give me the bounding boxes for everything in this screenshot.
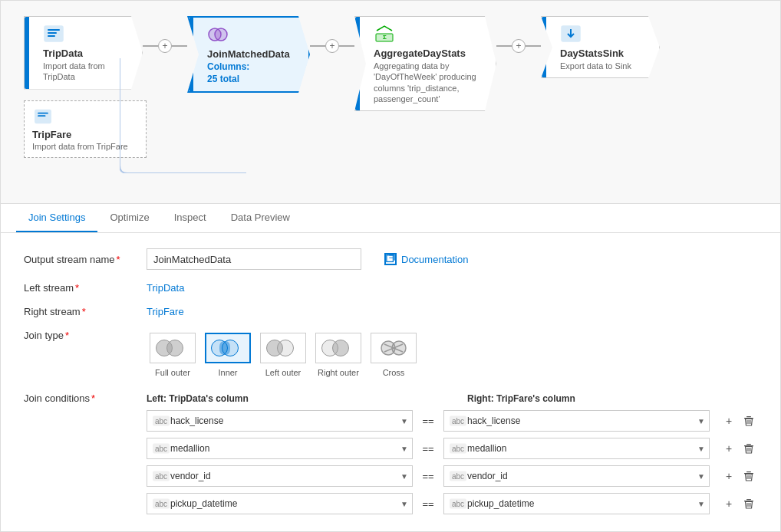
- left-select-0[interactable]: hack_license: [147, 410, 413, 432]
- documentation-label: Documentation: [401, 254, 468, 265]
- right-outer-label: Right outer: [318, 368, 359, 377]
- add-btn-0[interactable]: +: [720, 412, 737, 429]
- svg-rect-29: [746, 471, 751, 472]
- left-stream-value[interactable]: TripData: [147, 282, 184, 294]
- output-stream-input[interactable]: [147, 248, 361, 270]
- plus-btn-1[interactable]: +: [158, 39, 172, 53]
- delete-btn-1[interactable]: [740, 440, 757, 457]
- join-option-cross[interactable]: Cross: [367, 330, 420, 380]
- source-icon: [43, 23, 64, 44]
- node-left-bar-join: [189, 18, 193, 91]
- right-select-wrapper-2: abc vendor_id ▼: [443, 465, 710, 487]
- svg-point-5: [215, 28, 227, 41]
- node-box-join[interactable]: JoinMatchedData Columns: 25 total: [187, 16, 310, 93]
- doc-icon: [384, 253, 397, 265]
- pipeline-area: TripData Import data from TripData +: [1, 1, 780, 204]
- node-box-tripfare[interactable]: TripFare Import data from TripFare: [24, 100, 147, 158]
- sink-icon: [560, 23, 582, 44]
- node-tripdata: TripData Import data from TripData: [24, 16, 143, 90]
- required-star-2: *: [75, 282, 79, 294]
- main-container: TripData Import data from TripData +: [0, 0, 781, 532]
- svg-rect-19: [746, 416, 751, 417]
- action-btns-2: +: [720, 468, 757, 484]
- cond-row-2: abc vendor_id ▼ == abc vendor_id ▼: [147, 465, 757, 487]
- add-btn-1[interactable]: +: [720, 440, 737, 457]
- svg-rect-34: [746, 499, 751, 500]
- node-sink: DayStatsSink Export data to Sink: [541, 16, 660, 78]
- right-select-2[interactable]: vendor_id: [443, 465, 710, 487]
- left-select-wrapper-0: abc hack_license ▼: [147, 410, 413, 432]
- tripfare-title: TripFare: [32, 129, 71, 140]
- node-box-tripdata[interactable]: TripData Import data from TripData: [24, 16, 143, 90]
- cond-row-3: abc pickup_datetime ▼ == abc pickup_date…: [147, 493, 757, 514]
- join-option-inner[interactable]: Inner: [202, 330, 254, 380]
- right-stream-value[interactable]: TripFare: [147, 306, 184, 317]
- plus-btn-3[interactable]: +: [512, 39, 526, 53]
- right-stream-row: Right stream* TripFare: [24, 306, 757, 317]
- line-1: [143, 45, 158, 47]
- node-join-title: JoinMatchedData: [207, 48, 301, 60]
- tab-join-settings[interactable]: Join Settings: [16, 204, 97, 232]
- left-prefix-3: abc: [153, 499, 170, 509]
- node-left-bar-sink: [542, 17, 546, 77]
- output-stream-label: Output stream name*: [24, 254, 147, 265]
- right-select-1[interactable]: medallion: [443, 438, 710, 459]
- join-type-options: Full outer Inner: [147, 330, 420, 380]
- join-conditions-row: Join conditions* Left: TripData's column…: [24, 392, 757, 521]
- left-select-3[interactable]: pickup_datetime: [147, 493, 413, 514]
- join-icon: [207, 24, 229, 45]
- tabs-area: Join Settings Optimize Inspect Data Prev…: [1, 204, 780, 233]
- node-joinmatcheddata: JoinMatchedData Columns: 25 total: [187, 16, 310, 93]
- right-prefix-3: abc: [450, 499, 466, 509]
- node-sink-subtitle: Export data to Sink: [560, 61, 651, 71]
- aggregate-icon: Σ: [374, 23, 395, 44]
- required-star-1: *: [117, 254, 120, 265]
- node-left-bar-agg: [355, 17, 360, 110]
- cond-row-0: abc hack_license ▼ == abc hack_license ▼: [147, 410, 757, 432]
- left-stream-label: Left stream*: [24, 282, 147, 294]
- action-btns-0: +: [720, 412, 757, 429]
- line-3b: [526, 45, 541, 47]
- svg-text:Σ: Σ: [383, 34, 387, 41]
- node-box-sink[interactable]: DayStatsSink Export data to Sink: [541, 16, 660, 78]
- left-select-1[interactable]: medallion: [147, 438, 413, 459]
- join-icon-box-right-outer: [315, 333, 361, 363]
- right-prefix-1: abc: [450, 444, 466, 454]
- left-select-2[interactable]: vendor_id: [147, 465, 413, 487]
- tab-data-preview[interactable]: Data Preview: [219, 204, 302, 232]
- tab-inspect[interactable]: Inspect: [162, 204, 219, 232]
- delete-btn-2[interactable]: [740, 468, 757, 484]
- right-select-0[interactable]: hack_license: [443, 410, 710, 432]
- node-tripdata-subtitle: Import data from TripData: [43, 61, 134, 83]
- left-prefix-2: abc: [153, 471, 170, 481]
- delete-btn-0[interactable]: [740, 412, 757, 429]
- add-btn-2[interactable]: +: [720, 468, 737, 484]
- svg-rect-10: [38, 113, 48, 114]
- join-option-right-outer[interactable]: Right outer: [312, 330, 364, 380]
- tab-optimize[interactable]: Optimize: [97, 204, 161, 232]
- right-stream-label: Right stream*: [24, 306, 147, 317]
- svg-rect-2: [48, 32, 57, 34]
- plus-btn-2[interactable]: +: [325, 39, 339, 53]
- right-select-wrapper-3: abc pickup_datetime ▼: [443, 493, 710, 514]
- left-select-wrapper-3: abc pickup_datetime ▼: [147, 493, 413, 514]
- add-btn-3[interactable]: +: [720, 495, 737, 512]
- pipeline-nodes: TripData Import data from TripData +: [24, 16, 757, 111]
- eq-0: ==: [419, 415, 437, 427]
- node-agg-title: AggregateDayStats: [374, 48, 488, 59]
- right-select-3[interactable]: pickup_datetime: [443, 493, 710, 514]
- join-type-row: Join type* Full outer: [24, 330, 757, 380]
- settings-area: Output stream name* Documentation Left s…: [1, 233, 780, 531]
- left-select-wrapper-1: abc medallion ▼: [147, 438, 413, 459]
- join-option-left-outer[interactable]: Left outer: [257, 330, 309, 380]
- node-box-aggregate[interactable]: Σ AggregateDayStats Aggregating data by …: [354, 16, 496, 111]
- required-star-5: *: [91, 392, 95, 404]
- documentation-link[interactable]: Documentation: [384, 253, 468, 265]
- right-select-wrapper-0: abc hack_license ▼: [443, 410, 710, 432]
- svg-rect-12: [387, 255, 394, 262]
- delete-btn-3[interactable]: [740, 495, 757, 512]
- node-left-bar: [25, 17, 29, 89]
- join-icon-box-left-outer: [260, 333, 306, 363]
- join-option-full-outer[interactable]: Full outer: [147, 330, 199, 380]
- tripfare-icon: [32, 107, 54, 126]
